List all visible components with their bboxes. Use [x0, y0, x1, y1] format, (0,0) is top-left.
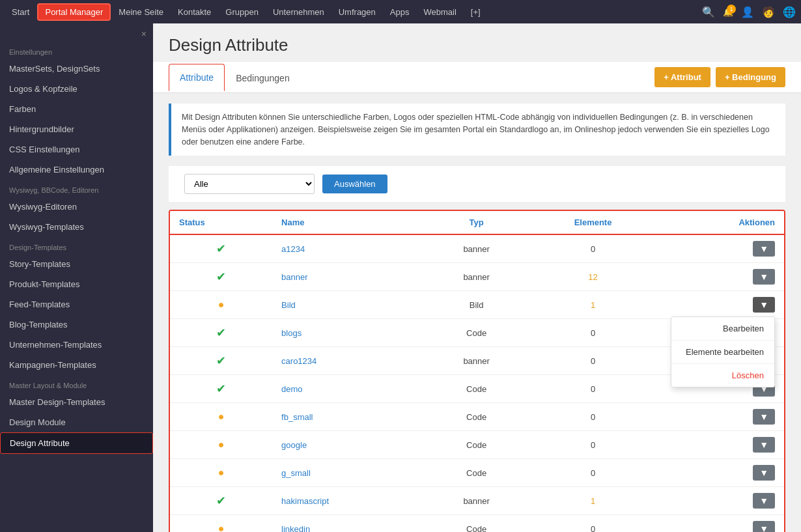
- filter-submit-button[interactable]: Auswählen: [322, 175, 387, 193]
- nav-item-apps[interactable]: Apps: [384, 5, 416, 20]
- tabs-bar: Attribute Bedingungen + Attribut + Bedin…: [153, 62, 801, 93]
- actions-dropdown-button[interactable]: ▼: [753, 465, 775, 481]
- nav-items-left: Start Portal Manager Meine Seite Kontakt…: [5, 3, 487, 21]
- tab-bedingungen[interactable]: Bedingungen: [225, 64, 301, 91]
- add-bedingung-button[interactable]: + Bedingung: [716, 67, 785, 87]
- row-aktionen: ▼: [658, 487, 784, 515]
- table-row: ●g_smallCode0▼: [170, 459, 784, 487]
- elemente-link[interactable]: 1: [591, 496, 595, 506]
- nav-item-plus[interactable]: [+]: [464, 5, 487, 20]
- sidebar-item-produkt-templates[interactable]: Produkt-Templates: [0, 274, 153, 294]
- dropdown-wrapper: ▼ Bearbeiten Elemente bearbeiten Löschen: [753, 297, 775, 313]
- row-status: ●: [170, 459, 272, 487]
- table-row: ●BildBild1 ▼ Bearbeiten Elemente bearbei…: [170, 291, 784, 319]
- actions-dropdown-button[interactable]: ▼: [753, 241, 775, 257]
- row-name-link[interactable]: Bild: [281, 300, 296, 310]
- sidebar-item-feed-templates[interactable]: Feed-Templates: [0, 294, 153, 315]
- actions-dropdown-button[interactable]: ▼: [753, 521, 775, 532]
- row-name-link[interactable]: caro1234: [281, 356, 316, 366]
- row-name-link[interactable]: fb_small: [281, 412, 313, 422]
- sidebar-item-logos[interactable]: Logos & Kopfzeile: [0, 79, 153, 99]
- row-typ: banner: [425, 347, 528, 375]
- row-name: a1234: [272, 234, 425, 263]
- row-name-link[interactable]: google: [281, 440, 307, 450]
- sidebar-section-master-layout: Master Layout & Module: [0, 375, 153, 392]
- col-name: Name: [272, 211, 425, 234]
- nav-item-kontakte[interactable]: Kontakte: [171, 5, 218, 20]
- sidebar-item-blog-templates[interactable]: Blog-Templates: [0, 315, 153, 335]
- add-attribut-button[interactable]: + Attribut: [654, 67, 710, 87]
- sidebar-item-design-module[interactable]: Design Module: [0, 412, 153, 432]
- actions-dropdown-button[interactable]: ▼: [753, 269, 775, 285]
- dropdown-popup: Bearbeiten Elemente bearbeiten Löschen: [671, 316, 775, 387]
- row-typ: banner: [425, 234, 528, 263]
- tab-attribute[interactable]: Attribute: [169, 64, 225, 91]
- row-name-link[interactable]: blogs: [281, 328, 302, 338]
- sidebar-item-kampagnen-templates[interactable]: Kampagnen-Templates: [0, 355, 153, 375]
- sidebar-item-master-design-templates[interactable]: Master Design-Templates: [0, 392, 153, 412]
- search-icon[interactable]: 🔍: [702, 6, 715, 18]
- row-name: hakimascript: [272, 487, 425, 515]
- row-aktionen: ▼ Bearbeiten Elemente bearbeiten Löschen: [658, 291, 784, 319]
- status-green-icon: ✔: [216, 354, 226, 367]
- col-status: Status: [170, 211, 272, 234]
- row-elemente: 0: [528, 403, 658, 431]
- globe-icon[interactable]: 🌐: [783, 6, 796, 18]
- actions-dropdown-button[interactable]: ▼: [753, 493, 775, 509]
- nav-item-gruppen[interactable]: Gruppen: [219, 5, 265, 20]
- sidebar-item-hintergrundbilder[interactable]: Hintergrundbilder: [0, 119, 153, 139]
- row-name-link[interactable]: hakimascript: [281, 496, 329, 506]
- body-layout: × Einstellungen MasterSets, DesignSets L…: [0, 23, 801, 532]
- sidebar-item-unternehmen-templates[interactable]: Unternehmen-Templates: [0, 335, 153, 355]
- row-typ: banner: [425, 487, 528, 515]
- actions-dropdown-button[interactable]: ▼: [753, 297, 775, 313]
- sidebar-item-css[interactable]: CSS Einstellungen: [0, 139, 153, 160]
- row-name-link[interactable]: banner: [281, 272, 307, 282]
- row-elemente: 0: [528, 431, 658, 459]
- row-typ: Code: [425, 403, 528, 431]
- row-elemente: 12: [528, 263, 658, 291]
- person-icon[interactable]: 🧑: [762, 6, 775, 18]
- nav-item-portal-manager[interactable]: Portal Manager: [37, 3, 111, 21]
- sidebar-item-wysiwyg-templates[interactable]: Wysiwyg-Templates: [0, 217, 153, 237]
- sidebar-item-mastersets[interactable]: MasterSets, DesignSets: [0, 59, 153, 79]
- nav-item-start[interactable]: Start: [5, 5, 36, 20]
- nav-item-webmail[interactable]: Webmail: [417, 5, 462, 20]
- row-name-link[interactable]: g_small: [281, 468, 311, 478]
- user-icon[interactable]: 👤: [741, 6, 754, 18]
- sidebar-item-wysiwyg-editoren[interactable]: Wysiwyg-Editoren: [0, 197, 153, 217]
- notification-bell[interactable]: 🔔 1: [723, 7, 733, 17]
- row-typ: Code: [425, 459, 528, 487]
- row-name-link[interactable]: demo: [281, 384, 303, 394]
- status-green-icon: ✔: [216, 242, 226, 255]
- row-elemente: 0: [528, 347, 658, 375]
- row-status: ●: [170, 431, 272, 459]
- row-name-link[interactable]: a1234: [281, 244, 305, 254]
- nav-item-meine-seite[interactable]: Meine Seite: [112, 5, 170, 20]
- page-title: Design Attribute: [169, 35, 785, 55]
- row-elemente: 0: [528, 459, 658, 487]
- nav-item-unternehmen[interactable]: Unternehmen: [266, 5, 331, 20]
- sidebar-item-farben[interactable]: Farben: [0, 99, 153, 119]
- nav-item-umfragen[interactable]: Umfragen: [332, 5, 382, 20]
- elemente-link[interactable]: 1: [591, 300, 595, 310]
- row-name-link[interactable]: linkedin: [281, 524, 310, 532]
- dropdown-item-loeschen[interactable]: Löschen: [671, 364, 774, 387]
- actions-dropdown-button[interactable]: ▼: [753, 409, 775, 425]
- actions-dropdown-button[interactable]: ▼: [753, 437, 775, 453]
- status-green-icon: ✔: [216, 382, 226, 395]
- sidebar-item-design-attribute[interactable]: Design Attribute: [0, 432, 153, 454]
- elemente-link[interactable]: 12: [588, 272, 597, 282]
- row-name: banner: [272, 263, 425, 291]
- sidebar-item-story-templates[interactable]: Story-Templates: [0, 254, 153, 274]
- table-row: ✔a1234banner0▼: [170, 234, 784, 263]
- sidebar-item-allgemeine[interactable]: Allgemeine Einstellungen: [0, 160, 153, 180]
- row-name: Bild: [272, 291, 425, 319]
- sidebar-close-button[interactable]: ×: [0, 26, 153, 42]
- tabs-left: Attribute Bedingungen: [169, 64, 301, 91]
- sidebar-section-wysiwyg: Wysiwyg, BBCode, Editoren: [0, 180, 153, 197]
- filter-select[interactable]: Alle: [184, 174, 315, 194]
- dropdown-item-bearbeiten[interactable]: Bearbeiten: [671, 317, 774, 341]
- dropdown-item-elemente-bearbeiten[interactable]: Elemente bearbeiten: [671, 341, 774, 364]
- sidebar: × Einstellungen MasterSets, DesignSets L…: [0, 23, 153, 532]
